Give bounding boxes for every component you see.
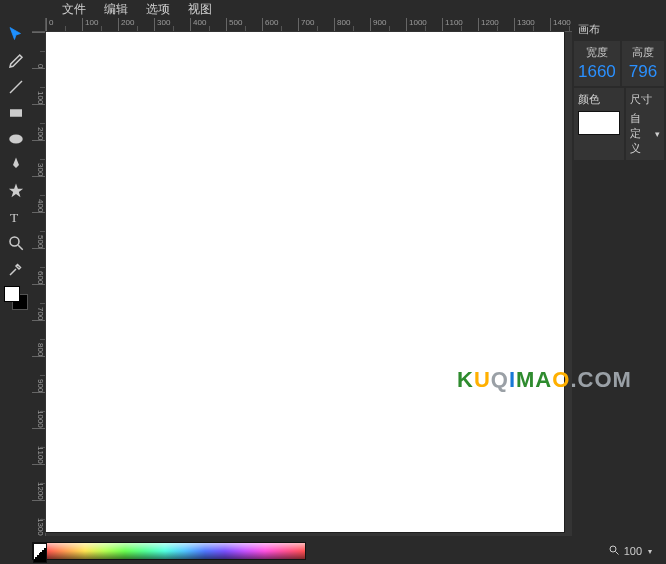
canvas-size-cell[interactable]: 尺寸 自定义 xyxy=(626,88,664,160)
zoom-icon xyxy=(608,544,620,558)
ruler-v-tick: 600 xyxy=(32,248,45,284)
ruler-h-tick: 100 xyxy=(82,18,118,31)
pencil-tool[interactable] xyxy=(2,48,30,74)
svg-line-7 xyxy=(615,552,618,555)
canvas-color-cell[interactable]: 颜色 xyxy=(574,88,624,160)
svg-point-6 xyxy=(610,546,616,552)
canvas-size-select[interactable]: 自定义 xyxy=(630,111,660,156)
canvas-height-label: 高度 xyxy=(626,45,660,60)
fg-color-swatch[interactable] xyxy=(4,286,20,302)
ruler-h-tick: 1300 xyxy=(514,18,550,31)
menu-edit[interactable]: 编辑 xyxy=(104,1,128,18)
ruler-v-tick: 1100 xyxy=(32,428,45,464)
zoom-tool[interactable] xyxy=(2,230,30,256)
ruler-v-tick: 800 xyxy=(32,320,45,356)
canvas-height-box[interactable]: 高度 796 xyxy=(622,41,664,86)
canvas-panel-title: 画布 xyxy=(574,20,664,39)
line-tool[interactable] xyxy=(2,74,30,100)
ruler-h-tick: 1000 xyxy=(406,18,442,31)
zoom-control[interactable]: 100 xyxy=(608,544,652,558)
ruler-v-tick: 1200 xyxy=(32,464,45,500)
canvas-color-swatch[interactable] xyxy=(578,111,620,135)
ruler-v-tick: 200 xyxy=(32,104,45,140)
svg-text:T: T xyxy=(10,210,19,225)
color-swatch-pair[interactable] xyxy=(4,286,28,310)
svg-point-4 xyxy=(10,237,19,246)
menu-options[interactable]: 选项 xyxy=(146,1,170,18)
zoom-value: 100 xyxy=(624,545,642,557)
ruler-h-tick: 200 xyxy=(118,18,154,31)
svg-rect-1 xyxy=(10,109,22,117)
ruler-v-tick: 1000 xyxy=(32,392,45,428)
ruler-v-tick: 900 xyxy=(32,356,45,392)
ruler-h-tick: 500 xyxy=(226,18,262,31)
ruler-h-tick: 1200 xyxy=(478,18,514,31)
ruler-v-tick: 500 xyxy=(32,212,45,248)
ruler-h-tick: 1100 xyxy=(442,18,478,31)
ruler-h-tick: 0 xyxy=(46,18,82,31)
ruler-horizontal: 0100200300400500600700800900100011001200… xyxy=(46,18,572,32)
ruler-h-tick: 600 xyxy=(262,18,298,31)
canvas-width-box[interactable]: 宽度 1660 xyxy=(574,41,620,86)
canvas-color-label: 颜色 xyxy=(578,92,620,107)
ruler-h-tick: 300 xyxy=(154,18,190,31)
toolbar: T xyxy=(0,22,32,310)
ruler-h-tick: 400 xyxy=(190,18,226,31)
star-tool[interactable] xyxy=(2,178,30,204)
ruler-h-tick: 900 xyxy=(370,18,406,31)
svg-point-2 xyxy=(9,135,23,144)
color-palette[interactable] xyxy=(44,542,306,560)
menu-file[interactable]: 文件 xyxy=(62,1,86,18)
pointer-tool[interactable] xyxy=(2,22,30,48)
ellipse-tool[interactable] xyxy=(2,126,30,152)
canvas-size-label: 尺寸 xyxy=(630,92,660,107)
pen-tool[interactable] xyxy=(2,152,30,178)
svg-line-0 xyxy=(10,81,22,93)
ruler-vertical: 0100200300400500600700800900100011001200… xyxy=(32,32,46,536)
ruler-h-tick: 800 xyxy=(334,18,370,31)
watermark: KUQIMAO.COM xyxy=(457,367,632,393)
canvas-height-value: 796 xyxy=(626,62,660,82)
canvas-viewport[interactable]: KUQIMAO.COM xyxy=(46,32,572,536)
bottom-bar: 100 xyxy=(32,538,666,564)
canvas-width-value: 1660 xyxy=(578,62,616,82)
ruler-h-tick: 1400 xyxy=(550,18,572,31)
ruler-v-tick: 700 xyxy=(32,284,45,320)
ruler-v-tick: 100 xyxy=(32,68,45,104)
ruler-corner xyxy=(32,18,46,32)
text-tool[interactable]: T xyxy=(2,204,30,230)
svg-line-5 xyxy=(18,245,23,250)
ruler-v-tick: 300 xyxy=(32,140,45,176)
main-menu: 文件 编辑 选项 视图 xyxy=(0,0,666,18)
rect-tool[interactable] xyxy=(2,100,30,126)
right-panel: 画布 宽度 1660 高度 796 颜色 尺寸 自定义 xyxy=(574,18,666,160)
eyedropper-tool[interactable] xyxy=(2,256,30,282)
ruler-v-tick: 400 xyxy=(32,176,45,212)
workspace: 0100200300400500600700800900100011001200… xyxy=(32,18,572,536)
ruler-v-tick: 1300 xyxy=(32,500,45,536)
ruler-h-tick: 700 xyxy=(298,18,334,31)
ruler-v-tick: 0 xyxy=(32,32,45,68)
menu-view[interactable]: 视图 xyxy=(188,1,212,18)
canvas[interactable]: KUQIMAO.COM xyxy=(46,32,564,532)
canvas-width-label: 宽度 xyxy=(578,45,616,60)
